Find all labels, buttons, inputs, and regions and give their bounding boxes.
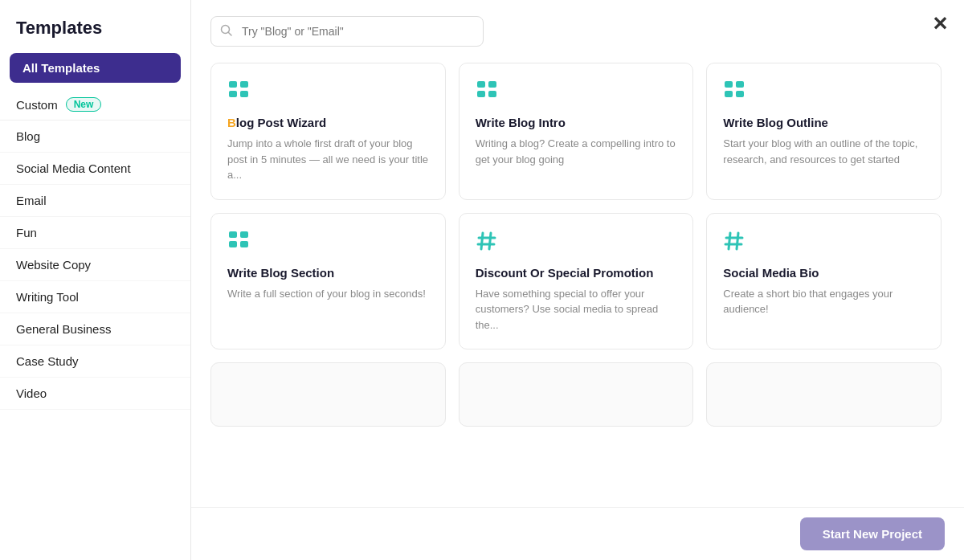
close-button[interactable]: ✕ <box>932 14 948 34</box>
sidebar-item-social-media[interactable]: Social Media Content <box>0 153 190 185</box>
card-icon <box>227 80 429 108</box>
svg-rect-5 <box>240 91 248 97</box>
sidebar-item-fun[interactable]: Fun <box>0 217 190 249</box>
card-title: Write Blog Section <box>227 266 429 280</box>
start-new-project-button[interactable]: Start New Project <box>800 517 945 550</box>
search-icon <box>220 24 232 39</box>
card-title: Write Blog Intro <box>476 116 677 129</box>
card-card-placeholder-3[interactable] <box>706 362 942 427</box>
card-description: Jump into a whole first draft of your bl… <box>227 136 429 183</box>
sidebar-custom-label: Custom <box>16 98 58 112</box>
card-icon <box>476 80 677 108</box>
sidebar-item-email[interactable]: Email <box>0 185 190 217</box>
modal-footer: Start New Project <box>191 507 964 560</box>
card-description: Writing a blog? Create a compelling intr… <box>476 136 677 167</box>
card-description: Start your blog with an outline of the t… <box>723 136 925 167</box>
badge-new: New <box>66 97 102 112</box>
card-description: Have something special to offer your cus… <box>476 286 677 333</box>
svg-rect-9 <box>488 91 496 97</box>
sidebar-item-general-business[interactable]: General Business <box>0 313 190 345</box>
svg-line-19 <box>489 233 491 249</box>
svg-rect-4 <box>229 91 237 97</box>
sidebar-item-case-study[interactable]: Case Study <box>0 345 190 378</box>
svg-line-18 <box>481 233 483 249</box>
svg-rect-2 <box>229 81 237 88</box>
svg-rect-11 <box>736 81 744 88</box>
card-title: Social Media Bio <box>723 266 925 280</box>
card-title: Discount Or Special Promotion <box>476 266 677 280</box>
search-bar-row <box>210 16 945 47</box>
card-description: Write a full section of your blog in sec… <box>227 286 429 302</box>
modal-container: Templates All Templates Custom New BlogS… <box>0 0 964 560</box>
search-input-wrapper <box>210 16 484 47</box>
svg-rect-14 <box>229 231 237 238</box>
cards-grid: Blog Post Wizard Jump into a whole first… <box>210 63 942 439</box>
card-title: Blog Post Wizard <box>227 116 429 129</box>
svg-line-22 <box>729 233 730 249</box>
sidebar-item-video[interactable]: Video <box>0 378 190 410</box>
svg-rect-13 <box>736 91 744 97</box>
svg-line-23 <box>737 233 738 249</box>
svg-rect-12 <box>725 91 733 97</box>
svg-rect-8 <box>477 91 485 97</box>
card-discount-special[interactable]: Discount Or Special Promotion Have somet… <box>459 213 694 350</box>
card-write-blog-intro[interactable]: Write Blog Intro Writing a blog? Create … <box>459 63 694 200</box>
card-social-media-bio[interactable]: Social Media Bio Create a short bio that… <box>706 213 942 350</box>
search-input[interactable] <box>210 16 484 47</box>
svg-rect-7 <box>488 81 496 88</box>
card-write-blog-section[interactable]: Write Blog Section Write a full section … <box>210 213 446 350</box>
svg-rect-10 <box>725 81 733 88</box>
card-icon <box>227 230 429 258</box>
card-icon <box>723 230 925 258</box>
svg-rect-6 <box>477 81 485 88</box>
svg-rect-15 <box>240 231 248 238</box>
sidebar-title: Templates <box>0 0 190 53</box>
card-title: Write Blog Outline <box>723 116 925 129</box>
sidebar-item-website-copy[interactable]: Website Copy <box>0 249 190 281</box>
card-card-placeholder-1[interactable] <box>210 362 446 427</box>
svg-line-1 <box>229 33 232 36</box>
sidebar-custom-row: Custom New <box>0 89 190 121</box>
cards-area: Blog Post Wizard Jump into a whole first… <box>210 63 945 560</box>
sidebar-item-blog[interactable]: Blog <box>0 121 190 153</box>
sidebar-item-all-templates[interactable]: All Templates <box>10 53 181 83</box>
card-icon <box>723 80 925 108</box>
svg-rect-3 <box>240 81 248 88</box>
sidebar-items-list: BlogSocial Media ContentEmailFunWebsite … <box>0 121 190 410</box>
card-blog-post-wizard[interactable]: Blog Post Wizard Jump into a whole first… <box>210 63 446 200</box>
card-write-blog-outline[interactable]: Write Blog Outline Start your blog with … <box>706 63 942 200</box>
sidebar-item-writing-tool[interactable]: Writing Tool <box>0 281 190 313</box>
main-content: ✕ Blog Post Wizard Jump <box>191 0 964 560</box>
card-description: Create a short bio that engages your aud… <box>723 286 925 317</box>
card-icon <box>476 230 677 258</box>
svg-rect-17 <box>240 241 248 247</box>
svg-rect-16 <box>229 241 237 247</box>
card-title-highlight: B <box>227 116 236 129</box>
sidebar: Templates All Templates Custom New BlogS… <box>0 0 191 560</box>
card-card-placeholder-2[interactable] <box>459 362 694 427</box>
